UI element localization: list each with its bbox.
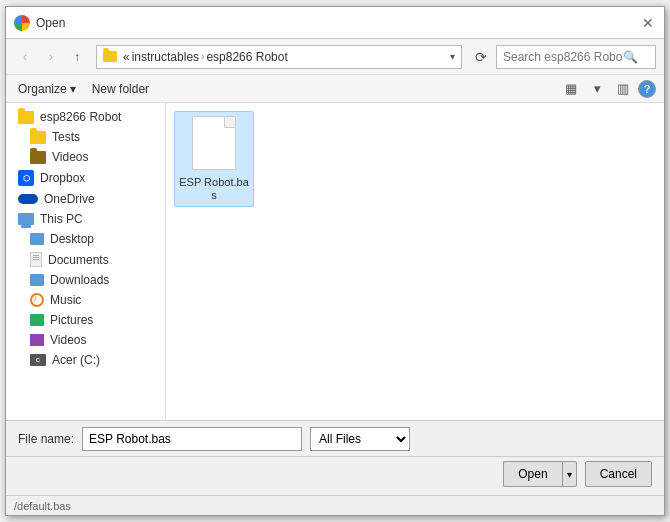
status-bar: /default.bas (6, 495, 664, 515)
chrome-icon (14, 15, 30, 31)
address-breadcrumb: « instructables › esp8266 Robot (123, 50, 446, 64)
address-toolbar: ‹ › ↑ « instructables › esp8266 Robot ▾ … (6, 39, 664, 75)
organize-arrow: ▾ (70, 82, 76, 96)
sidebar-item-acer[interactable]: C Acer (C:) (6, 350, 165, 370)
sidebar-label-onedrive: OneDrive (44, 192, 95, 206)
dropbox-icon: ⬡ (18, 170, 34, 186)
search-input[interactable] (503, 50, 623, 64)
pictures-icon (30, 314, 44, 326)
search-icon: 🔍 (623, 50, 638, 64)
address-prefix: « (123, 50, 130, 64)
sidebar-label-documents: Documents (48, 253, 109, 267)
dialog-title: Open (36, 16, 65, 30)
music-icon (30, 293, 44, 307)
file-name-esp-robot: ESP Robot.bas (179, 176, 249, 202)
view-dropdown-button[interactable]: ▾ (586, 78, 608, 100)
columns-button[interactable]: ▥ (612, 78, 634, 100)
forward-button[interactable]: › (40, 46, 62, 68)
status-text: /default.bas (14, 500, 71, 512)
address-bar[interactable]: « instructables › esp8266 Robot ▾ (96, 45, 462, 69)
file-page (192, 116, 236, 170)
address-folder-icon (103, 51, 117, 62)
sidebar-label-pictures: Pictures (50, 313, 93, 327)
help-button[interactable]: ? (638, 80, 656, 98)
sidebar-label-dropbox: Dropbox (40, 171, 85, 185)
file-item-esp-robot[interactable]: ESP Robot.bas (174, 111, 254, 207)
sidebar-item-pictures[interactable]: Pictures (6, 310, 165, 330)
sidebar-item-music[interactable]: Music (6, 290, 165, 310)
sidebar-item-onedrive[interactable]: OneDrive (6, 189, 165, 209)
sidebar-label-downloads: Downloads (50, 273, 109, 287)
filename-label: File name: (18, 432, 74, 446)
filename-bar: File name: All Files (6, 420, 664, 456)
sidebar-item-desktop[interactable]: Desktop (6, 229, 165, 249)
desktop-icon (30, 233, 44, 245)
onedrive-icon (18, 194, 38, 204)
file-icon-esp-robot (190, 116, 238, 172)
file-area: ESP Robot.bas (166, 103, 664, 420)
sidebar-item-esp8266-robot[interactable]: esp8266 Robot (6, 107, 165, 127)
breadcrumb-separator: › (201, 51, 204, 62)
filetype-select[interactable]: All Files (310, 427, 410, 451)
title-bar: Open ✕ (6, 7, 664, 39)
sidebar-item-thispc[interactable]: This PC (6, 209, 165, 229)
refresh-button[interactable]: ⟳ (470, 45, 492, 69)
organize-label: Organize (18, 82, 67, 96)
folder-icon-tests (30, 131, 46, 144)
up-button[interactable]: ↑ (66, 46, 88, 68)
sidebar-label-tests: Tests (52, 130, 80, 144)
folder-icon (18, 111, 34, 124)
view-button[interactable]: ▦ (560, 78, 582, 100)
breadcrumb-part1: instructables (132, 50, 199, 64)
main-content: esp8266 Robot Tests Videos ⬡ Dropbox One… (6, 103, 664, 420)
title-bar-left: Open (14, 15, 65, 31)
sidebar-item-dropbox[interactable]: ⬡ Dropbox (6, 167, 165, 189)
sidebar-item-videos2[interactable]: Videos (6, 330, 165, 350)
sidebar-label-thispc: This PC (40, 212, 83, 226)
open-dialog: Open ✕ ‹ › ↑ « instructables › esp8266 R… (5, 6, 665, 516)
bottom-buttons: Open ▾ Cancel (6, 456, 664, 495)
acer-icon: C (30, 354, 46, 366)
close-button[interactable]: ✕ (640, 15, 656, 31)
open-dropdown-button[interactable]: ▾ (562, 461, 577, 487)
search-bar: 🔍 (496, 45, 656, 69)
sidebar-item-videos[interactable]: Videos (6, 147, 165, 167)
open-button[interactable]: Open (503, 461, 561, 487)
sidebar-item-documents[interactable]: Documents (6, 249, 165, 270)
sidebar-label-desktop: Desktop (50, 232, 94, 246)
cancel-button[interactable]: Cancel (585, 461, 652, 487)
downloads-icon (30, 274, 44, 286)
sidebar-label-acer: Acer (C:) (52, 353, 100, 367)
sidebar-item-tests[interactable]: Tests (6, 127, 165, 147)
folder-icon-videos (30, 151, 46, 164)
sidebar-item-downloads[interactable]: Downloads (6, 270, 165, 290)
filename-input[interactable] (82, 427, 302, 451)
toolbar2-right: ▦ ▾ ▥ ? (560, 78, 656, 100)
videos-sidebar-icon (30, 334, 44, 346)
open-button-group: Open ▾ (503, 461, 576, 487)
new-folder-label: New folder (92, 82, 149, 96)
thispc-icon (18, 213, 34, 225)
address-dropdown-arrow[interactable]: ▾ (450, 51, 455, 62)
sidebar: esp8266 Robot Tests Videos ⬡ Dropbox One… (6, 103, 166, 420)
sidebar-label-esp8266: esp8266 Robot (40, 110, 121, 124)
new-folder-button[interactable]: New folder (88, 80, 153, 98)
sidebar-label-videos2: Videos (50, 333, 86, 347)
sidebar-label-music: Music (50, 293, 81, 307)
breadcrumb-part2: esp8266 Robot (206, 50, 287, 64)
organize-toolbar: Organize ▾ New folder ▦ ▾ ▥ ? (6, 75, 664, 103)
docs-icon (30, 252, 42, 267)
back-button[interactable]: ‹ (14, 46, 36, 68)
organize-button[interactable]: Organize ▾ (14, 80, 80, 98)
sidebar-label-videos: Videos (52, 150, 88, 164)
